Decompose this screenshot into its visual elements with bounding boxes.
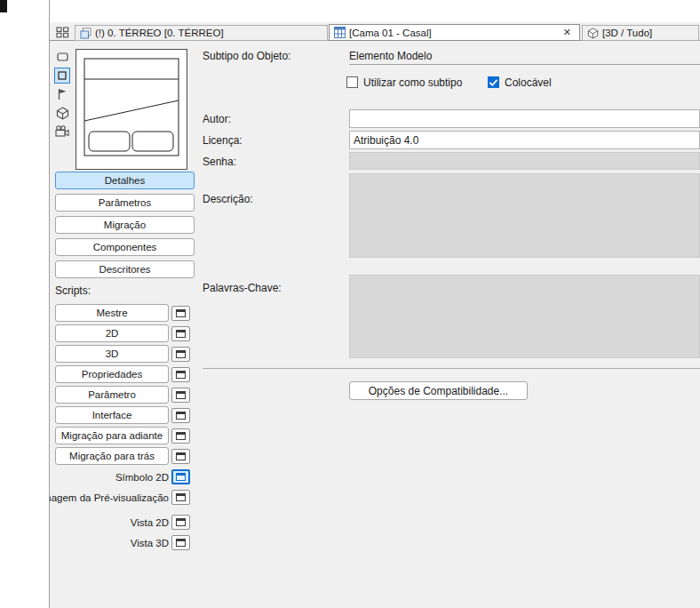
film-icon (55, 125, 69, 137)
close-icon[interactable]: ✕ (560, 27, 575, 38)
section-button-migracao[interactable]: Migração (55, 216, 195, 234)
mode-3d-view-button[interactable] (55, 106, 69, 120)
subtype-value[interactable]: Elemento Modelo (349, 50, 432, 62)
view-label-vista-2d: Vista 2D (50, 516, 169, 529)
script-button-parametro[interactable]: Parâmetro (55, 386, 169, 404)
mode-2d-view-button[interactable] (54, 68, 70, 84)
license-label: Licença: (203, 134, 243, 147)
checkbox-utilizar-subtipo[interactable] (346, 76, 358, 88)
window-icon (176, 473, 186, 481)
section-button-componentes[interactable]: Componentes (55, 238, 195, 256)
script-button-label: 3D (106, 348, 119, 359)
floor-plan-icon (80, 28, 91, 39)
quad-view-icon (56, 27, 69, 38)
scripts-heading: Scripts: (55, 284, 91, 297)
compatibility-button-label: Opções de Compatibilidade... (369, 385, 508, 397)
open-view-window-button[interactable] (171, 535, 190, 550)
bed-drawing (76, 50, 187, 169)
keywords-textarea (349, 275, 700, 358)
gdl-object-icon (334, 27, 346, 38)
section-button-parametros[interactable]: Parâmetros (55, 194, 195, 212)
window-icon (176, 309, 186, 317)
author-field[interactable] (349, 109, 700, 128)
open-view-window-button[interactable] (171, 490, 190, 505)
window-icon (176, 391, 186, 399)
section-button-descritores[interactable]: Descritores (55, 260, 195, 278)
open-script-window-button[interactable] (171, 367, 190, 382)
window-icon (176, 432, 186, 440)
license-field-value: Atribuição 4.0 (354, 134, 418, 147)
corner-notch (0, 0, 7, 12)
tab-3d-label: [3D / Tudo] (602, 28, 652, 38)
tab-floor-plan-label: (!) 0. TÉRREO [0. TÉRREO] (95, 28, 224, 38)
tab-object-cama[interactable]: [Cama 01 - Casal] ✕ (329, 24, 580, 41)
script-button-label: Parâmetro (88, 389, 136, 400)
open-script-window-button[interactable] (171, 326, 190, 341)
check-icon (488, 76, 499, 88)
description-label: Descrição: (203, 193, 253, 205)
script-button-label: Propriedades (82, 369, 142, 380)
checkbox-colocavel[interactable] (488, 76, 499, 88)
cube-icon (587, 28, 599, 39)
tab-object-label: [Cama 01 - Casal] (349, 28, 432, 38)
password-field (349, 152, 700, 170)
object-preview (76, 49, 187, 170)
mode-animation-button[interactable] (54, 124, 69, 137)
section-button-label: Componentes (93, 242, 157, 252)
script-button-label: Migração para trás (69, 451, 155, 461)
window-icon (176, 330, 186, 338)
open-script-window-button[interactable] (171, 408, 190, 423)
script-button-propriedades[interactable]: Propriedades (55, 365, 169, 383)
license-field[interactable]: Atribuição 4.0 (349, 131, 700, 149)
window-icon (176, 493, 186, 501)
section-button-label: Parâmetros (99, 197, 151, 208)
keywords-label: Palavras-Chave: (203, 282, 282, 294)
open-script-window-button[interactable] (171, 347, 190, 362)
open-script-window-button[interactable] (171, 306, 190, 321)
subtype-label: Subtipo do Objeto: (203, 50, 290, 62)
pin-icon (57, 88, 68, 100)
cube-icon (56, 107, 69, 120)
tab-3d[interactable]: [3D / Tudo] (582, 25, 699, 41)
script-button-3d[interactable]: 3D (55, 345, 169, 363)
open-view-window-button[interactable] (171, 515, 190, 530)
window-layout-button[interactable] (55, 26, 70, 39)
open-script-window-button[interactable] (171, 388, 190, 403)
script-button-label: Interface (92, 410, 132, 420)
checkbox-utilizar-subtipo-label: Utilizar como subtipo (363, 77, 462, 89)
gdl-object-editor-window: (!) 0. TÉRREO [0. TÉRREO] [Cama 01 - Cas… (0, 0, 700, 608)
window-icon (176, 412, 186, 420)
open-script-window-button[interactable] (171, 449, 190, 464)
window-icon (176, 518, 186, 526)
script-button-interface[interactable]: Interface (55, 406, 169, 424)
compatibility-button[interactable]: Opções de Compatibilidade... (349, 381, 528, 400)
view-label-simbolo-2d: Símbolo 2D (50, 471, 169, 484)
view-label-vista-3d: Vista 3D (50, 537, 169, 549)
tab-floor-plan[interactable]: (!) 0. TÉRREO [0. TÉRREO] (75, 25, 328, 41)
symbol-2d-icon (57, 52, 69, 62)
script-button-label: Migração para adiante (61, 430, 163, 441)
window-icon (176, 371, 186, 379)
script-button-migracao-tras[interactable]: Migração para trás (55, 447, 169, 465)
script-button-label: Mestre (96, 308, 127, 318)
open-script-window-button[interactable] (171, 428, 190, 444)
mode-2d-symbol-button[interactable] (56, 51, 70, 63)
checkbox-colocavel-label: Colocável (505, 77, 552, 89)
section-button-detalhes[interactable]: Detalhes (55, 172, 195, 189)
description-textarea (349, 173, 700, 258)
square-icon (58, 71, 67, 80)
open-view-window-button[interactable] (171, 469, 190, 484)
subtype-underline (349, 64, 700, 65)
script-button-mestre[interactable]: Mestre (55, 304, 169, 322)
author-label: Autor: (203, 113, 231, 125)
script-button-migracao-adiante[interactable]: Migração para adiante (55, 427, 169, 444)
window-icon (176, 539, 186, 547)
section-button-label: Descritores (99, 264, 150, 275)
script-button-2d[interactable]: 2D (55, 324, 169, 342)
script-button-label: 2D (106, 328, 119, 339)
window-icon (176, 350, 186, 358)
window-icon (176, 452, 186, 460)
section-button-label: Detalhes (105, 175, 145, 186)
form-separator (203, 368, 700, 369)
mode-pin-button[interactable] (56, 87, 68, 101)
